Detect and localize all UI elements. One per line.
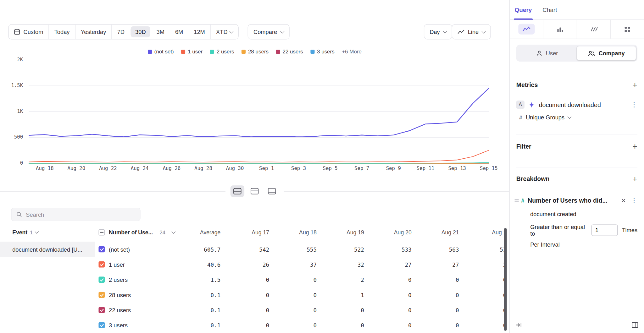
- y-axis-label: 1K: [4, 108, 23, 114]
- series-checkbox[interactable]: [98, 307, 105, 313]
- average-cell: 605.7: [177, 246, 227, 253]
- range-7d-button[interactable]: 7D: [111, 25, 130, 39]
- legend-item[interactable]: 28 users: [242, 48, 269, 55]
- breakdown-condition[interactable]: Greater than or equal to: [530, 224, 587, 237]
- chart-type-dropdown[interactable]: Line: [452, 24, 491, 39]
- layout-split-icon[interactable]: [230, 185, 244, 197]
- table-cell: 0: [274, 292, 322, 298]
- table-row[interactable]: 1 user 40.6 26373227272: [0, 257, 509, 272]
- search-icon: [16, 211, 22, 218]
- collapse-panel-icon[interactable]: [515, 322, 522, 328]
- user-icon: [536, 50, 542, 57]
- table-row[interactable]: document downloaded [U... (not set) 605.…: [0, 242, 509, 257]
- measure-dropdown[interactable]: # Unique Groups: [519, 114, 637, 121]
- search-input[interactable]: [26, 211, 136, 218]
- table-cell: 27: [416, 261, 464, 268]
- metric-kebab-icon[interactable]: ⋮: [631, 101, 637, 108]
- table-row[interactable]: 22 users 0.1 000000: [0, 303, 509, 318]
- range-12m-button[interactable]: 12M: [188, 25, 210, 39]
- table-row[interactable]: 2 users 1.5 002000: [0, 272, 509, 287]
- event-name-cell[interactable]: document downloaded [U...: [0, 242, 95, 257]
- breakdown-value-input[interactable]: [591, 224, 618, 236]
- x-axis-label: Aug 30: [219, 165, 251, 171]
- table-cell: 0: [369, 322, 417, 329]
- average-column-header: Average: [177, 229, 227, 235]
- table-cell: 0: [227, 307, 274, 313]
- xtd-dropdown[interactable]: XTD: [210, 25, 238, 39]
- bar-chart-type-icon[interactable]: [543, 20, 577, 39]
- select-all-checkbox[interactable]: [98, 229, 105, 235]
- line-chart[interactable]: [0, 38, 509, 174]
- series-checkbox[interactable]: [98, 246, 105, 253]
- table-row[interactable]: 3 users 0.1 000000: [0, 318, 509, 333]
- tab-query[interactable]: Query: [515, 0, 532, 19]
- range-6m-button[interactable]: 6M: [170, 25, 188, 39]
- layout-chart-icon[interactable]: [248, 185, 262, 197]
- metric-item[interactable]: A document downloaded ⋮: [516, 101, 637, 109]
- legend-item[interactable]: 1 user: [181, 48, 203, 55]
- close-icon[interactable]: ✕: [621, 197, 626, 204]
- series-checkbox[interactable]: [98, 322, 105, 328]
- add-breakdown-button[interactable]: +: [632, 174, 637, 183]
- chart-area: (not set)1 user2 users28 users22 users3 …: [0, 38, 509, 176]
- series-checkbox[interactable]: [98, 276, 105, 283]
- breakdown-event[interactable]: document created: [530, 211, 637, 217]
- date-toolbar: Custom TodayYesterday7D30D3M6M12M XTD Co…: [8, 24, 289, 39]
- flow-chart-type-icon[interactable]: [577, 20, 611, 39]
- x-axis-label: Sep 5: [314, 165, 347, 171]
- query-panel: Query Chart User: [509, 0, 644, 333]
- series-checkbox[interactable]: [98, 292, 105, 298]
- table-row[interactable]: 28 users 0.1 001000: [0, 287, 509, 302]
- legend-item[interactable]: 22 users: [276, 48, 303, 55]
- legend-item[interactable]: 3 users: [310, 48, 335, 55]
- interval-dropdown[interactable]: Day: [424, 24, 452, 39]
- layout-table-icon[interactable]: [265, 185, 279, 197]
- table-cell: 0: [369, 292, 417, 298]
- event-name-cell: [0, 272, 95, 287]
- more-chart-types-icon[interactable]: [611, 20, 644, 39]
- legend-item[interactable]: (not set): [148, 48, 174, 55]
- panel-toggle-icon[interactable]: [632, 322, 638, 328]
- line-chart-type-icon[interactable]: [510, 20, 543, 39]
- y-axis-label: 1.5K: [4, 83, 23, 88]
- breakdown-kebab-icon[interactable]: ⋮: [631, 197, 637, 204]
- range-yesterday-button[interactable]: Yesterday: [75, 25, 111, 39]
- add-filter-button[interactable]: +: [632, 142, 637, 150]
- event-name-cell: [0, 318, 95, 333]
- chart-line: [29, 88, 489, 137]
- compare-button[interactable]: Compare: [248, 24, 290, 39]
- toggle-company[interactable]: Company: [576, 46, 636, 60]
- breakdown-title: Number of Users who did...: [528, 197, 618, 204]
- chevron-down-icon: [35, 230, 39, 234]
- legend-more[interactable]: +6 More: [342, 48, 362, 55]
- table-cell: 2: [464, 261, 509, 268]
- chart-line: [29, 150, 489, 162]
- custom-range-button[interactable]: Custom: [8, 25, 48, 39]
- range-30d-button[interactable]: 30D: [131, 26, 150, 37]
- table-cell: 522: [322, 246, 369, 253]
- frozen-column-divider: [227, 225, 227, 333]
- legend-item[interactable]: 2 users: [210, 48, 234, 55]
- series-label: 3 users: [109, 322, 128, 329]
- table-scrollbar[interactable]: [504, 228, 507, 331]
- filter-section-title: Filter: [516, 143, 531, 150]
- x-axis-label: Sep 9: [377, 165, 410, 171]
- range-3m-button[interactable]: 3M: [151, 25, 170, 39]
- event-column-header[interactable]: Event 1: [0, 225, 95, 240]
- chevron-down-icon: [568, 115, 572, 119]
- x-axis-label: Sep 3: [282, 165, 315, 171]
- tab-chart[interactable]: Chart: [542, 0, 557, 19]
- table-cell: 26: [227, 261, 274, 268]
- date-column-header: Aug 21: [416, 229, 464, 235]
- section-divider: [516, 134, 637, 135]
- breakdown-card: # Number of Users who did... ✕ ⋮ documen…: [516, 197, 637, 248]
- series-column-header[interactable]: Number of Use... 24: [95, 229, 177, 235]
- drag-handle-icon[interactable]: [515, 199, 519, 202]
- series-checkbox[interactable]: [98, 261, 105, 268]
- toggle-user[interactable]: User: [518, 46, 576, 60]
- range-today-button[interactable]: Today: [48, 25, 75, 39]
- legend-swatch: [242, 49, 246, 53]
- add-metric-button[interactable]: +: [632, 80, 637, 89]
- search-box: [11, 208, 140, 221]
- table-cell: 37: [274, 261, 322, 268]
